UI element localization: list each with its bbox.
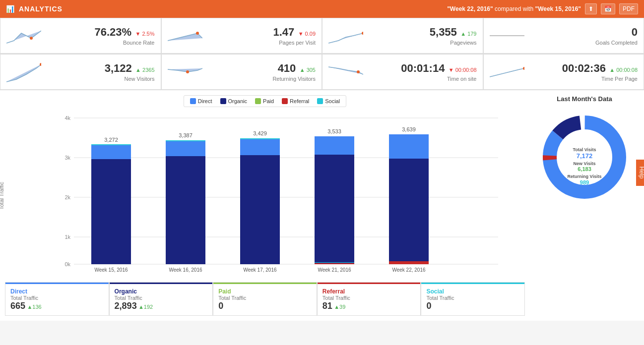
direct-value: 665 <box>10 301 25 311</box>
pageviews-info: 5,355 179 Pageviews <box>368 26 477 46</box>
analytics-icon: 📊 <box>6 5 15 13</box>
bar-week22-organic <box>389 159 429 264</box>
y-axis-label: Total Traffic <box>0 181 4 209</box>
referral-dot <box>282 98 288 104</box>
bar-week16-organic <box>166 156 205 264</box>
social-title: Social <box>426 288 519 295</box>
pages-thumb <box>168 23 202 48</box>
bar-chart-wrapper: Total Traffic 4k 3k 2k 1k 0k <box>5 113 525 278</box>
stats-row-2: 3,122 2365 New Visitors 410 305 Returnin… <box>0 54 644 90</box>
bar-week21-referral <box>315 263 354 264</box>
header-right: "Week 22, 2016" compared with "Week 15, … <box>447 3 638 14</box>
down-icon <box>298 31 304 37</box>
social-sub: Total Traffic <box>426 295 519 301</box>
new-visitors-value: 3,122 <box>105 62 132 74</box>
returning-visitors-thumb <box>168 59 202 84</box>
time-on-site-value: 00:01:14 <box>401 62 445 74</box>
stat-bounce-rate: 76.23% 2.5% Bounce Rate <box>0 18 161 53</box>
bar-week17-label: 3,429 <box>253 130 267 136</box>
traffic-card-organic: Organic Total Traffic 2,893 ▲192 <box>110 283 213 315</box>
legend-direct-label: Direct <box>198 98 212 104</box>
traffic-card-social: Social Total Traffic 0 <box>421 283 524 315</box>
bar-chart-svg: 4k 3k 2k 1k 0k 3,272 Week 15, 2016 <box>25 113 525 277</box>
svg-point-13 <box>523 67 524 70</box>
direct-dot <box>190 98 196 104</box>
comparison-text: "Week 22, 2016" compared with "Week 15, … <box>447 5 581 12</box>
svg-text:2k: 2k <box>64 194 70 200</box>
share-icon[interactable]: ⬆ <box>585 3 597 14</box>
legend-social: Social <box>317 98 340 104</box>
bounce-rate-change: 2.5% <box>135 31 154 37</box>
direct-delta: ▲136 <box>27 304 41 310</box>
new-visitors-label: New Visitors <box>46 76 155 82</box>
chart-legend: Direct Organic Paid Referral Social <box>184 95 346 107</box>
svg-marker-6 <box>6 64 41 82</box>
legend-social-label: Social <box>325 98 340 104</box>
returning-visitors-label: Returning Visitors <box>207 76 316 82</box>
organic-dot <box>220 98 226 104</box>
bar-week21-label: 3,533 <box>327 128 341 134</box>
paid-sub: Total Traffic <box>218 295 312 301</box>
traffic-card-paid: Paid Total Traffic 0 <box>213 283 317 315</box>
chart-area: Direct Organic Paid Referral Social Tota… <box>5 95 525 316</box>
new-visitors-change: 2365 <box>135 67 154 73</box>
calendar-icon[interactable]: 📅 <box>601 3 615 14</box>
bar-week22-referral <box>389 261 429 264</box>
donut-total-label: Total Visits <box>573 147 596 152</box>
social-dot <box>317 98 323 104</box>
stat-time-per-page: 00:02:36 00:00:08 Time Per Page <box>484 55 644 89</box>
time-per-page-change: 00:00:08 <box>609 67 638 73</box>
bounce-rate-label: Bounce Rate <box>46 40 155 46</box>
up-icon <box>300 67 305 73</box>
time-on-site-label: Time on site <box>368 76 477 82</box>
svg-point-11 <box>357 70 360 73</box>
donut-new-label: New Visits <box>574 161 596 166</box>
bar-week15-direct <box>91 145 131 159</box>
main-content: Direct Organic Paid Referral Social Tota… <box>0 90 644 321</box>
donut-returning-label: Returning Visits <box>568 174 602 179</box>
pageviews-value: 5,355 <box>430 26 457 38</box>
bar-week17-social <box>240 138 280 139</box>
donut-container: Total Visits 7,172 New Visits 6,183 Retu… <box>530 108 639 207</box>
svg-text:0k: 0k <box>64 261 70 267</box>
stat-pageviews: 5,355 179 Pageviews <box>322 18 483 53</box>
pageviews-change: 179 <box>460 31 476 37</box>
organic-delta: ▲192 <box>138 304 153 310</box>
bar-week16-social <box>166 140 205 141</box>
referral-title: Referral <box>322 288 416 295</box>
up-icon <box>135 67 141 73</box>
bar-week22-label: 3,639 <box>402 126 416 132</box>
bar-week16-x-label: Week 16, 2016 <box>169 267 202 273</box>
donut-svg: Total Visits 7,172 New Visits 6,183 Retu… <box>535 108 634 207</box>
stat-goals-completed: 0 Goals Completed <box>484 18 644 53</box>
returning-visitors-change: 305 <box>300 67 316 73</box>
time-per-page-value: 00:02:36 <box>562 62 606 74</box>
bar-week21-organic <box>315 155 354 264</box>
legend-referral-label: Referral <box>290 98 309 104</box>
stats-row-1: 76.23% 2.5% Bounce Rate 1.47 0.09 Pages … <box>0 18 644 54</box>
bar-week17-direct <box>240 139 280 155</box>
returning-visitors-info: 410 305 Returning Visitors <box>207 62 316 82</box>
traffic-card-referral: Referral Total Traffic 81 ▲39 <box>318 283 421 315</box>
help-tab[interactable]: Help <box>637 160 644 186</box>
paid-dot <box>255 98 261 104</box>
app-title: ANALYTICS <box>19 5 63 13</box>
bar-week16-label: 3,387 <box>179 132 193 138</box>
week15-label: "Week 15, 2016" <box>535 5 581 12</box>
pdf-icon[interactable]: PDF <box>619 3 638 14</box>
week22-label: "Week 22, 2016" <box>447 5 493 12</box>
goals-thumb <box>490 23 524 48</box>
legend-paid-label: Paid <box>263 98 274 104</box>
bounce-rate-info: 76.23% 2.5% Bounce Rate <box>46 26 155 46</box>
down-icon <box>449 67 454 73</box>
legend-organic: Organic <box>220 98 248 104</box>
legend-direct: Direct <box>190 98 212 104</box>
new-visitors-thumb <box>6 59 41 84</box>
pageviews-label: Pageviews <box>368 40 477 46</box>
referral-sub: Total Traffic <box>322 295 416 301</box>
up-icon <box>609 67 615 73</box>
pages-per-visit-info: 1.47 0.09 Pages per Visit <box>207 26 316 46</box>
donut-new-value: 6,183 <box>578 166 591 172</box>
stat-new-visitors: 3,122 2365 New Visitors <box>0 55 161 89</box>
new-visitors-info: 3,122 2365 New Visitors <box>46 62 155 82</box>
